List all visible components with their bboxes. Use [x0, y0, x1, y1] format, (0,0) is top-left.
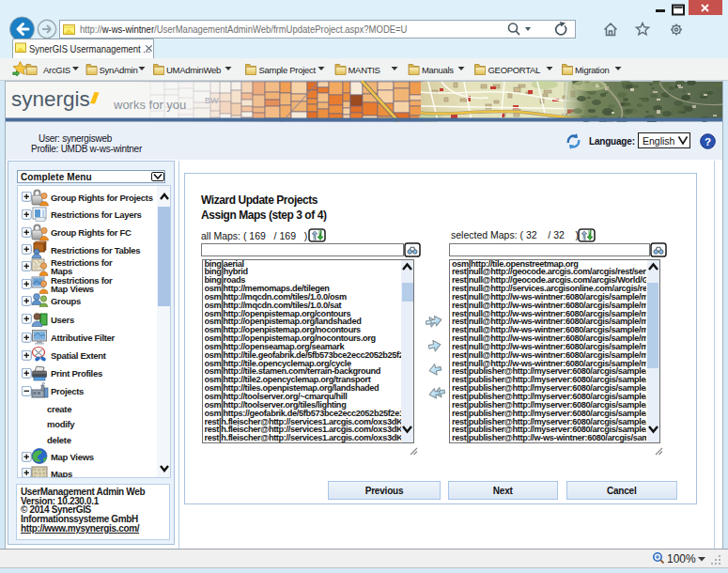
svg-text:BW: BW — [205, 96, 219, 105]
svg-text:?: ? — [705, 136, 711, 147]
svg-text:works for you: works for you — [113, 98, 186, 112]
svg-text:synergis: synergis — [11, 87, 90, 111]
